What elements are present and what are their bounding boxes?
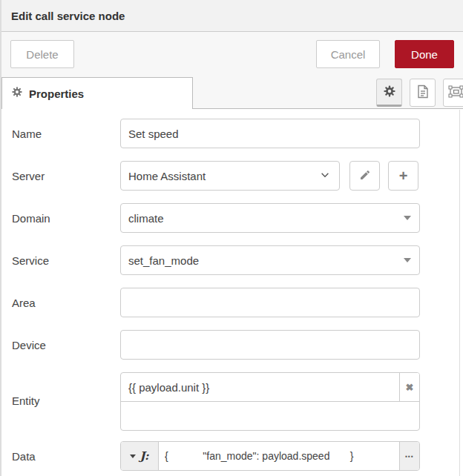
area-label: Area	[12, 297, 120, 309]
server-label: Server	[12, 170, 120, 182]
dropdown-arrow-icon[interactable]	[404, 258, 411, 262]
data-label: Data	[12, 450, 120, 463]
service-label: Service	[12, 254, 120, 267]
dialog-toolbar: Delete Cancel Done	[1, 32, 463, 76]
expand-editor-button[interactable]: ▪▪▪	[399, 442, 419, 470]
data-typed-input: J: ▪▪▪	[120, 441, 420, 471]
domain-label: Domain	[12, 212, 120, 225]
entity-remove-button[interactable]: ✖	[399, 373, 419, 401]
edit-server-button[interactable]	[349, 161, 380, 191]
entity-list-item	[121, 401, 419, 430]
data-value-input[interactable]	[159, 442, 399, 470]
server-row: Server Home Assistant +	[1, 161, 463, 191]
entity-input-0[interactable]	[121, 373, 399, 401]
dialog-title: Edit call service node	[11, 10, 125, 22]
name-label: Name	[12, 128, 120, 140]
properties-form: Name Server Home Assistant + Domain	[1, 109, 463, 471]
entity-row: Entity ✖	[1, 372, 463, 429]
domain-input[interactable]	[120, 203, 420, 233]
caret-down-icon	[130, 454, 136, 458]
name-input[interactable]	[120, 119, 420, 148]
appearance-tab-button[interactable]	[443, 79, 463, 107]
name-row: Name	[1, 119, 463, 148]
device-label: Device	[12, 339, 120, 351]
document-icon	[417, 85, 429, 101]
domain-row: Domain	[1, 203, 463, 233]
edit-node-dialog: Edit call service node Delete Cancel Don…	[0, 0, 463, 476]
data-type-button[interactable]: J:	[121, 442, 159, 470]
delete-button[interactable]: Delete	[10, 40, 74, 68]
close-icon: ✖	[406, 382, 414, 393]
service-combobox	[120, 245, 420, 275]
entity-input-1[interactable]	[121, 402, 419, 430]
done-button[interactable]: Done	[395, 40, 454, 68]
add-server-button[interactable]: +	[388, 161, 418, 191]
service-input[interactable]	[120, 245, 420, 275]
description-tab-button[interactable]	[410, 79, 436, 107]
pencil-icon	[359, 169, 371, 183]
tab-bar: Properties	[1, 76, 463, 109]
service-row: Service	[1, 245, 463, 275]
data-row: Data J: ▪▪▪	[1, 441, 463, 471]
tab-icon-buttons	[376, 79, 463, 107]
cancel-button[interactable]: Cancel	[316, 40, 380, 68]
area-input[interactable]	[120, 288, 420, 317]
entity-list-item: ✖	[121, 373, 419, 401]
appearance-icon	[448, 85, 463, 101]
device-input[interactable]	[120, 330, 420, 360]
jsonata-icon: J:	[139, 449, 148, 463]
dropdown-arrow-icon[interactable]	[404, 216, 411, 220]
server-select-value: Home Assistant	[128, 170, 206, 182]
plus-icon: +	[399, 168, 408, 183]
entity-label: Entity	[12, 394, 120, 407]
tab-properties[interactable]: Properties	[1, 77, 193, 109]
entity-list: ✖	[120, 372, 420, 431]
device-row: Device	[1, 330, 463, 360]
ellipsis-icon: ▪▪▪	[405, 453, 414, 460]
area-row: Area	[1, 288, 463, 317]
domain-combobox	[120, 203, 420, 233]
properties-tab-button[interactable]	[376, 79, 402, 107]
server-select[interactable]: Home Assistant	[120, 161, 340, 191]
tab-properties-label: Properties	[29, 87, 84, 100]
dialog-right-edge	[459, 110, 460, 476]
chevron-down-icon	[320, 170, 330, 182]
gear-icon	[384, 85, 395, 99]
dialog-header: Edit call service node	[1, 0, 463, 32]
gear-icon	[12, 87, 22, 100]
